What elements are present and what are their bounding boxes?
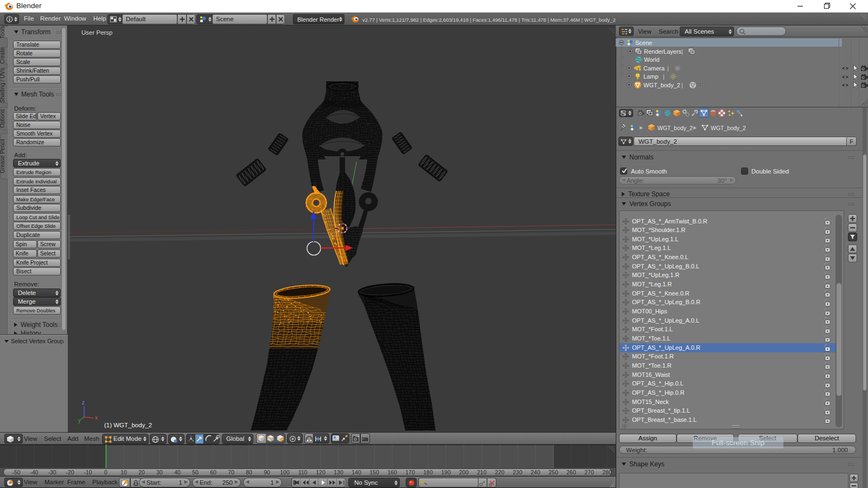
svg-text:240: 240 bbox=[531, 469, 540, 476]
svg-text:Tools: Tools bbox=[0, 26, 5, 38]
svg-text:150: 150 bbox=[369, 469, 379, 476]
svg-text:40: 40 bbox=[174, 469, 181, 476]
svg-text:140: 140 bbox=[352, 469, 361, 476]
svg-text:z: z bbox=[82, 400, 85, 406]
svg-text:Shading / UVs: Shading / UVs bbox=[0, 68, 5, 103]
svg-text:50: 50 bbox=[192, 469, 199, 476]
svg-text:-20: -20 bbox=[66, 469, 74, 476]
svg-text:200: 200 bbox=[459, 469, 469, 476]
svg-text:170: 170 bbox=[405, 469, 415, 476]
svg-text:Options: Options bbox=[0, 109, 5, 127]
svg-text:280: 280 bbox=[602, 469, 612, 476]
svg-text:-50: -50 bbox=[12, 469, 20, 476]
svg-text:-40: -40 bbox=[30, 469, 38, 476]
svg-text:0: 0 bbox=[104, 469, 107, 476]
svg-text:80: 80 bbox=[246, 469, 252, 476]
svg-text:230: 230 bbox=[513, 469, 522, 476]
svg-text:220: 220 bbox=[495, 469, 505, 476]
svg-text:70: 70 bbox=[228, 469, 234, 476]
svg-text:-30: -30 bbox=[48, 469, 56, 476]
svg-text:160: 160 bbox=[387, 469, 397, 476]
svg-text:Create: Create bbox=[0, 47, 5, 63]
svg-text:100: 100 bbox=[280, 469, 290, 476]
svg-text:90: 90 bbox=[264, 469, 270, 476]
svg-text:60: 60 bbox=[210, 469, 216, 476]
svg-text:10: 10 bbox=[120, 469, 127, 476]
svg-text:x: x bbox=[95, 415, 98, 421]
svg-text:210: 210 bbox=[477, 469, 487, 476]
svg-text:180: 180 bbox=[423, 469, 433, 476]
svg-text:260: 260 bbox=[566, 469, 576, 476]
svg-text:120: 120 bbox=[316, 469, 326, 476]
svg-text:110: 110 bbox=[298, 469, 308, 476]
svg-text:y: y bbox=[78, 418, 81, 423]
svg-text:30: 30 bbox=[156, 469, 163, 476]
svg-text:130: 130 bbox=[334, 469, 343, 476]
svg-text:Grease Pencil: Grease Pencil bbox=[0, 139, 5, 174]
svg-text:-10: -10 bbox=[84, 469, 92, 476]
svg-text:250: 250 bbox=[548, 469, 558, 476]
svg-text:190: 190 bbox=[441, 469, 451, 476]
svg-text:20: 20 bbox=[138, 469, 145, 476]
svg-text:270: 270 bbox=[584, 469, 594, 476]
